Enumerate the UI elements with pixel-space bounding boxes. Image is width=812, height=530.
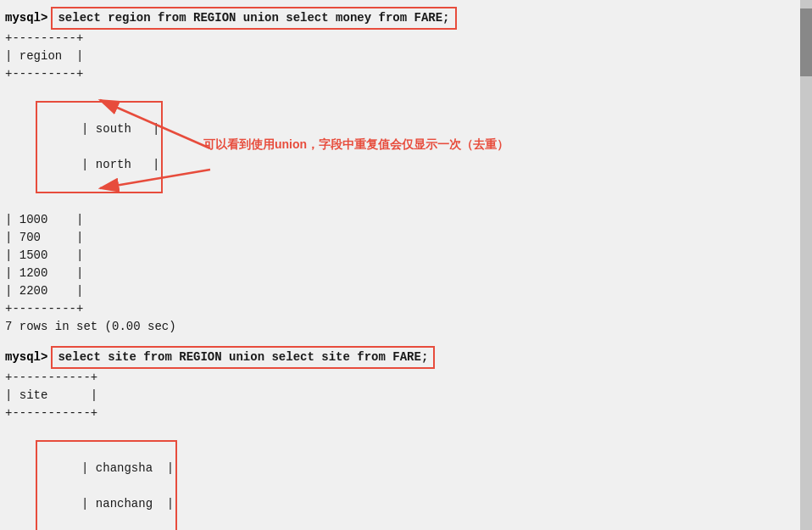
scrollbar-thumb[interactable] [800,8,812,76]
command-2: select site from REGION union select sit… [51,346,435,369]
query-line-1: mysql> select region from REGION union s… [0,7,812,30]
row-1200: | 1200 | [0,265,812,282]
cell-changsha: | changsha | [81,461,174,475]
scrollbar[interactable] [800,0,812,530]
cell-south: | south | [81,122,159,136]
cell-nanchang: | nanchang | [81,497,174,510]
row-2200: | 2200 | [0,282,812,300]
prompt-1: mysql> [5,9,47,27]
row-700: | 700 | [0,229,812,247]
site-rows: | changsha | | nanchang | | beijing | | … [0,422,812,530]
command-1: select region from REGION union select m… [51,7,456,30]
cell-north: | north | [81,158,159,171]
annotation-text: 可以看到使用union，字段中重复值会仅显示一次（去重） [203,137,509,153]
prompt-2: mysql> [5,349,47,366]
terminal-window: mysql> select region from REGION union s… [0,0,812,530]
separator-1a: +---------+ [0,30,812,47]
separator-2b: +-----------+ [0,404,812,422]
separator-2a: +-----------+ [0,369,812,387]
separator-1b: +---------+ [0,65,812,83]
query-line-2: mysql> select site from REGION union sel… [0,346,812,369]
header-1: | region | [0,47,812,65]
summary-1: 7 rows in set (0.00 sec) [0,318,812,336]
header-2: | site | [0,387,812,404]
row-1000: | 1000 | [0,211,812,229]
row-1500: | 1500 | [0,247,812,265]
separator-1c: +---------+ [0,300,812,318]
